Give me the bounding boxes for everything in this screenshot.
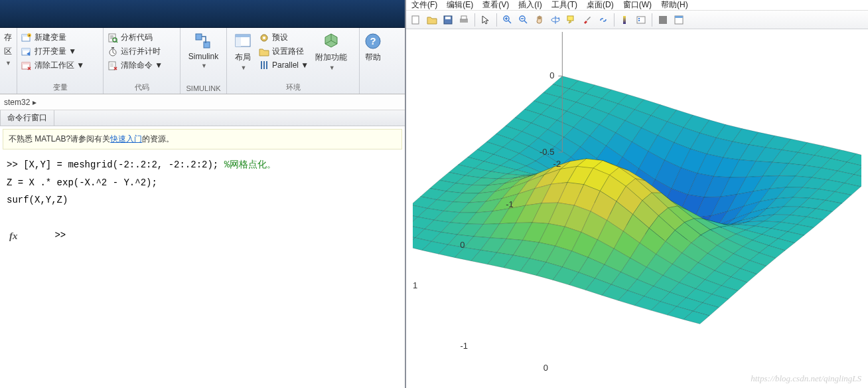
group-label-env: 环境 [231, 81, 355, 94]
datatip-button[interactable] [564, 13, 579, 27]
quickstart-link[interactable]: 快速入门 [110, 134, 142, 144]
prefs-icon [259, 33, 269, 43]
layout-icon [234, 32, 252, 50]
zoom-in-icon [502, 15, 513, 25]
analyze-code-button[interactable]: 分析代码 [108, 32, 176, 43]
menu-tools[interactable]: 工具(T) [551, 0, 577, 11]
menu-view[interactable]: 查看(V) [482, 0, 509, 11]
svg-rect-13 [196, 34, 202, 40]
banner-post: 的资源。 [142, 134, 174, 144]
new-variable-button[interactable]: ★ 新建变量 [21, 32, 99, 43]
menu-insert[interactable]: 插入(I) [518, 0, 542, 11]
figure-menubar: 文件(F) 编辑(E) 查看(V) 插入(I) 工具(T) 桌面(D) 窗口(W… [406, 0, 868, 11]
save-dd[interactable]: ▼ [4, 60, 13, 66]
ribbon-group-simulink: Simulink ▼ SIMULINK [181, 28, 227, 94]
link-button[interactable] [596, 13, 611, 27]
menu-edit[interactable]: 编辑(E) [447, 0, 473, 11]
menu-window[interactable]: 窗口(W) [623, 0, 652, 11]
pointer-icon [480, 15, 491, 25]
panel2-icon [674, 15, 684, 25]
svg-text:0: 0 [460, 240, 465, 250]
show-tools-button[interactable] [672, 13, 686, 27]
simulink-button[interactable]: Simulink ▼ [186, 31, 221, 70]
help-icon: ? [364, 32, 382, 50]
svg-rect-29 [461, 16, 467, 19]
menu-desktop[interactable]: 桌面(D) [587, 0, 614, 11]
colorbar-button[interactable] [618, 13, 632, 27]
fx-icon[interactable]: fx [9, 227, 18, 246]
panel-icon [658, 15, 668, 25]
code-line-3: surf(X,Y,Z) [7, 191, 398, 209]
open-variable-button[interactable]: 打开变量 ▼ [21, 46, 99, 57]
open-button[interactable] [425, 13, 439, 27]
matlab-main-window: 存 区 ▼ ★ 新建变量 打开变量 ▼ 清除工作区 ▼ [0, 0, 405, 388]
svg-text:1: 1 [413, 280, 417, 290]
clear-commands-button[interactable]: 清除命令 ▼ [108, 60, 176, 71]
new-figure-button[interactable] [409, 13, 423, 27]
save-figure-button[interactable] [441, 13, 455, 27]
svg-text:-0.5: -0.5 [540, 147, 554, 157]
svg-rect-22 [266, 61, 267, 69]
svg-rect-25 [412, 16, 419, 24]
run-timer-button[interactable]: 运行并计时 [108, 46, 176, 57]
print-button[interactable] [457, 13, 471, 27]
clear-ws-icon [21, 60, 32, 71]
addons-icon [322, 32, 340, 50]
clear-workspace-button[interactable]: 清除工作区 ▼ [21, 60, 99, 71]
svg-text:0: 0 [543, 363, 548, 373]
preferences-button[interactable]: 预设 [259, 32, 309, 43]
command-window-tab[interactable]: 命令行窗口 [0, 110, 54, 126]
new-var-icon: ★ [21, 33, 32, 43]
layout-button[interactable]: 布局 ▼ [231, 31, 255, 72]
svg-text:-1: -1 [461, 341, 469, 351]
help-button[interactable]: ? 帮助 [361, 31, 385, 64]
pan-button[interactable] [532, 13, 547, 27]
ribbon-group-code: 分析代码 运行并计时 清除命令 ▼ 代码 [104, 28, 181, 94]
svg-rect-16 [236, 35, 250, 37]
datatip-icon [566, 15, 577, 25]
hand-icon [534, 15, 545, 25]
rotate-icon [550, 15, 561, 25]
zoom-out-button[interactable] [516, 13, 531, 27]
legend-icon [636, 15, 646, 25]
hide-tools-button[interactable] [656, 13, 670, 27]
save-button[interactable]: 存 [4, 32, 13, 43]
addons-button[interactable]: 附加功能 ▼ [313, 31, 350, 72]
ribbon-group-save-partial: 存 区 ▼ [0, 28, 17, 94]
svg-rect-35 [637, 17, 645, 23]
brush-button[interactable] [580, 13, 595, 27]
rotate3d-button[interactable] [548, 13, 563, 27]
svg-rect-17 [236, 37, 241, 47]
new-doc-icon [411, 15, 421, 25]
workspace-button[interactable]: 区 [4, 46, 13, 57]
code-line-2: Z = X .* exp(-X.^2 - Y.^2); [7, 174, 398, 192]
svg-text:-2: -2 [553, 159, 561, 169]
ribbon-toolbar: 存 区 ▼ ★ 新建变量 打开变量 ▼ 清除工作区 ▼ [0, 28, 405, 94]
title-bar [0, 0, 405, 28]
ribbon-group-environment: 布局 ▼ 预设 设置路径 Parallel ▼ [227, 28, 360, 94]
zoom-in-button[interactable] [500, 13, 515, 27]
command-window[interactable]: >> [X,Y] = meshgrid(-2:.2:2, -2:.2:2); %… [0, 152, 405, 266]
command-window-tabs: 命令行窗口 [0, 110, 405, 126]
svg-rect-11 [111, 47, 114, 48]
svg-text:-1: -1 [506, 199, 514, 209]
pointer-button[interactable] [478, 13, 493, 27]
save-icon [443, 15, 453, 25]
menu-file[interactable]: 文件(F) [411, 0, 437, 11]
watermark: https://blog.csdn.net/qinglingLS [751, 373, 861, 384]
code-line-1: >> [X,Y] = meshgrid(-2:.2:2, -2:.2:2); %… [7, 156, 398, 174]
banner-pre: 不熟悉 MATLAB?请参阅有关 [9, 134, 110, 144]
code-prompt[interactable]: fx>> [7, 209, 398, 262]
menu-help[interactable]: 帮助(H) [661, 0, 688, 11]
svg-rect-5 [22, 48, 30, 50]
parallel-icon [259, 60, 269, 70]
figure-axes[interactable]: -0.500.5-2-1012-2-1012 [413, 32, 861, 381]
legend-button[interactable] [634, 13, 648, 27]
svg-text:0: 0 [549, 70, 554, 80]
setpath-button[interactable]: 设置路径 [259, 46, 309, 57]
breadcrumb[interactable]: stem32 ▸ [0, 94, 405, 110]
parallel-button[interactable]: Parallel ▼ [259, 60, 309, 70]
svg-rect-20 [261, 61, 262, 69]
svg-rect-27 [445, 17, 451, 19]
brush-icon [582, 15, 593, 25]
